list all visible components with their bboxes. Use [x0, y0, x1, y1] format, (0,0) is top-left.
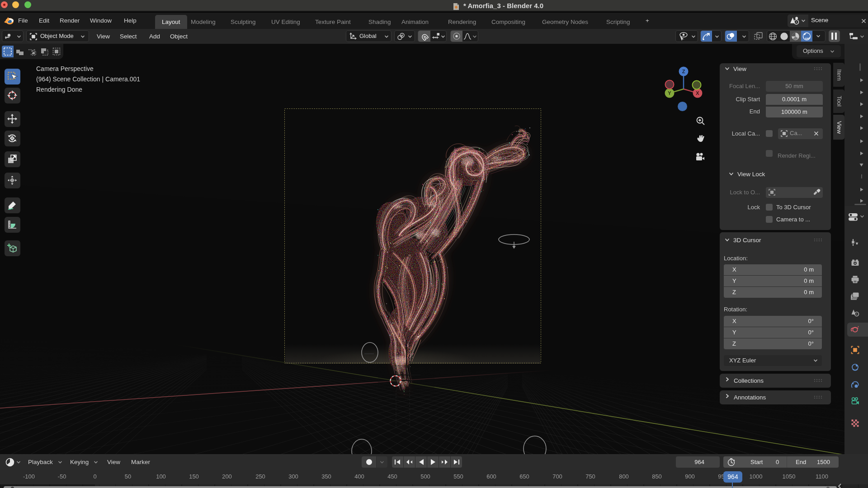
svg-text:Z: Z — [682, 69, 685, 74]
svg-text:X: X — [696, 90, 699, 96]
svg-text:Y: Y — [668, 90, 671, 96]
